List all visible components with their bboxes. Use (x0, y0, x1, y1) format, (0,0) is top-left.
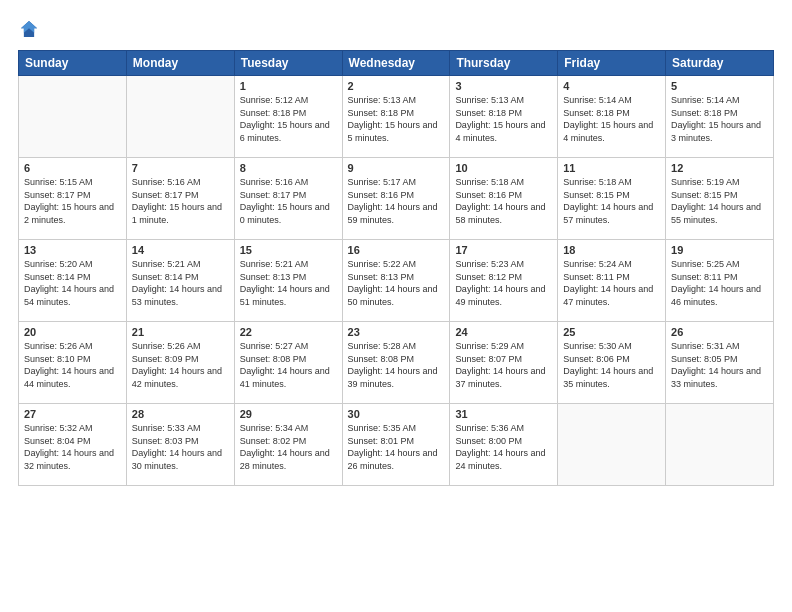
day-number: 5 (671, 80, 768, 92)
day-info: Sunrise: 5:24 AMSunset: 8:11 PMDaylight:… (563, 258, 660, 308)
day-number: 31 (455, 408, 552, 420)
weekday-header-monday: Monday (126, 51, 234, 76)
day-cell: 8Sunrise: 5:16 AMSunset: 8:17 PMDaylight… (234, 158, 342, 240)
weekday-header-thursday: Thursday (450, 51, 558, 76)
day-info: Sunrise: 5:25 AMSunset: 8:11 PMDaylight:… (671, 258, 768, 308)
day-number: 28 (132, 408, 229, 420)
day-cell: 14Sunrise: 5:21 AMSunset: 8:14 PMDayligh… (126, 240, 234, 322)
day-info: Sunrise: 5:14 AMSunset: 8:18 PMDaylight:… (671, 94, 768, 144)
day-number: 12 (671, 162, 768, 174)
day-info: Sunrise: 5:21 AMSunset: 8:14 PMDaylight:… (132, 258, 229, 308)
day-cell: 29Sunrise: 5:34 AMSunset: 8:02 PMDayligh… (234, 404, 342, 486)
day-number: 2 (348, 80, 445, 92)
day-cell: 19Sunrise: 5:25 AMSunset: 8:11 PMDayligh… (666, 240, 774, 322)
day-number: 4 (563, 80, 660, 92)
day-cell: 25Sunrise: 5:30 AMSunset: 8:06 PMDayligh… (558, 322, 666, 404)
week-row-2: 6Sunrise: 5:15 AMSunset: 8:17 PMDaylight… (19, 158, 774, 240)
day-info: Sunrise: 5:23 AMSunset: 8:12 PMDaylight:… (455, 258, 552, 308)
day-cell: 1Sunrise: 5:12 AMSunset: 8:18 PMDaylight… (234, 76, 342, 158)
day-number: 27 (24, 408, 121, 420)
day-number: 9 (348, 162, 445, 174)
day-info: Sunrise: 5:13 AMSunset: 8:18 PMDaylight:… (348, 94, 445, 144)
day-info: Sunrise: 5:28 AMSunset: 8:08 PMDaylight:… (348, 340, 445, 390)
day-number: 19 (671, 244, 768, 256)
day-number: 22 (240, 326, 337, 338)
day-info: Sunrise: 5:12 AMSunset: 8:18 PMDaylight:… (240, 94, 337, 144)
day-cell: 7Sunrise: 5:16 AMSunset: 8:17 PMDaylight… (126, 158, 234, 240)
day-cell: 15Sunrise: 5:21 AMSunset: 8:13 PMDayligh… (234, 240, 342, 322)
day-info: Sunrise: 5:32 AMSunset: 8:04 PMDaylight:… (24, 422, 121, 472)
day-cell: 17Sunrise: 5:23 AMSunset: 8:12 PMDayligh… (450, 240, 558, 322)
day-info: Sunrise: 5:31 AMSunset: 8:05 PMDaylight:… (671, 340, 768, 390)
day-info: Sunrise: 5:29 AMSunset: 8:07 PMDaylight:… (455, 340, 552, 390)
day-cell: 31Sunrise: 5:36 AMSunset: 8:00 PMDayligh… (450, 404, 558, 486)
day-number: 11 (563, 162, 660, 174)
weekday-header-tuesday: Tuesday (234, 51, 342, 76)
day-info: Sunrise: 5:13 AMSunset: 8:18 PMDaylight:… (455, 94, 552, 144)
logo-icon (18, 18, 40, 40)
day-cell: 6Sunrise: 5:15 AMSunset: 8:17 PMDaylight… (19, 158, 127, 240)
header (18, 18, 774, 40)
day-cell: 10Sunrise: 5:18 AMSunset: 8:16 PMDayligh… (450, 158, 558, 240)
weekday-header-sunday: Sunday (19, 51, 127, 76)
logo (18, 18, 44, 40)
day-info: Sunrise: 5:19 AMSunset: 8:15 PMDaylight:… (671, 176, 768, 226)
day-info: Sunrise: 5:34 AMSunset: 8:02 PMDaylight:… (240, 422, 337, 472)
day-info: Sunrise: 5:15 AMSunset: 8:17 PMDaylight:… (24, 176, 121, 226)
day-info: Sunrise: 5:33 AMSunset: 8:03 PMDaylight:… (132, 422, 229, 472)
weekday-header-wednesday: Wednesday (342, 51, 450, 76)
day-number: 16 (348, 244, 445, 256)
week-row-3: 13Sunrise: 5:20 AMSunset: 8:14 PMDayligh… (19, 240, 774, 322)
day-cell (666, 404, 774, 486)
day-number: 10 (455, 162, 552, 174)
day-info: Sunrise: 5:27 AMSunset: 8:08 PMDaylight:… (240, 340, 337, 390)
day-cell: 16Sunrise: 5:22 AMSunset: 8:13 PMDayligh… (342, 240, 450, 322)
day-number: 23 (348, 326, 445, 338)
calendar-table: SundayMondayTuesdayWednesdayThursdayFrid… (18, 50, 774, 486)
day-cell: 21Sunrise: 5:26 AMSunset: 8:09 PMDayligh… (126, 322, 234, 404)
day-number: 21 (132, 326, 229, 338)
day-cell: 26Sunrise: 5:31 AMSunset: 8:05 PMDayligh… (666, 322, 774, 404)
day-cell: 20Sunrise: 5:26 AMSunset: 8:10 PMDayligh… (19, 322, 127, 404)
day-cell (19, 76, 127, 158)
day-info: Sunrise: 5:18 AMSunset: 8:15 PMDaylight:… (563, 176, 660, 226)
page: SundayMondayTuesdayWednesdayThursdayFrid… (0, 0, 792, 612)
day-info: Sunrise: 5:17 AMSunset: 8:16 PMDaylight:… (348, 176, 445, 226)
day-info: Sunrise: 5:36 AMSunset: 8:00 PMDaylight:… (455, 422, 552, 472)
day-cell (126, 76, 234, 158)
day-number: 3 (455, 80, 552, 92)
day-info: Sunrise: 5:35 AMSunset: 8:01 PMDaylight:… (348, 422, 445, 472)
day-cell: 9Sunrise: 5:17 AMSunset: 8:16 PMDaylight… (342, 158, 450, 240)
weekday-header-saturday: Saturday (666, 51, 774, 76)
day-info: Sunrise: 5:26 AMSunset: 8:09 PMDaylight:… (132, 340, 229, 390)
day-cell: 11Sunrise: 5:18 AMSunset: 8:15 PMDayligh… (558, 158, 666, 240)
day-number: 26 (671, 326, 768, 338)
day-cell: 18Sunrise: 5:24 AMSunset: 8:11 PMDayligh… (558, 240, 666, 322)
day-number: 15 (240, 244, 337, 256)
day-info: Sunrise: 5:18 AMSunset: 8:16 PMDaylight:… (455, 176, 552, 226)
day-number: 7 (132, 162, 229, 174)
day-cell: 22Sunrise: 5:27 AMSunset: 8:08 PMDayligh… (234, 322, 342, 404)
day-number: 8 (240, 162, 337, 174)
day-cell: 3Sunrise: 5:13 AMSunset: 8:18 PMDaylight… (450, 76, 558, 158)
week-row-5: 27Sunrise: 5:32 AMSunset: 8:04 PMDayligh… (19, 404, 774, 486)
day-cell: 28Sunrise: 5:33 AMSunset: 8:03 PMDayligh… (126, 404, 234, 486)
day-cell: 4Sunrise: 5:14 AMSunset: 8:18 PMDaylight… (558, 76, 666, 158)
day-number: 17 (455, 244, 552, 256)
day-cell (558, 404, 666, 486)
day-info: Sunrise: 5:16 AMSunset: 8:17 PMDaylight:… (240, 176, 337, 226)
week-row-4: 20Sunrise: 5:26 AMSunset: 8:10 PMDayligh… (19, 322, 774, 404)
day-cell: 12Sunrise: 5:19 AMSunset: 8:15 PMDayligh… (666, 158, 774, 240)
day-cell: 2Sunrise: 5:13 AMSunset: 8:18 PMDaylight… (342, 76, 450, 158)
day-number: 30 (348, 408, 445, 420)
day-cell: 5Sunrise: 5:14 AMSunset: 8:18 PMDaylight… (666, 76, 774, 158)
day-number: 13 (24, 244, 121, 256)
day-info: Sunrise: 5:22 AMSunset: 8:13 PMDaylight:… (348, 258, 445, 308)
day-info: Sunrise: 5:20 AMSunset: 8:14 PMDaylight:… (24, 258, 121, 308)
day-number: 6 (24, 162, 121, 174)
day-number: 24 (455, 326, 552, 338)
day-info: Sunrise: 5:30 AMSunset: 8:06 PMDaylight:… (563, 340, 660, 390)
week-row-1: 1Sunrise: 5:12 AMSunset: 8:18 PMDaylight… (19, 76, 774, 158)
day-info: Sunrise: 5:16 AMSunset: 8:17 PMDaylight:… (132, 176, 229, 226)
day-number: 14 (132, 244, 229, 256)
